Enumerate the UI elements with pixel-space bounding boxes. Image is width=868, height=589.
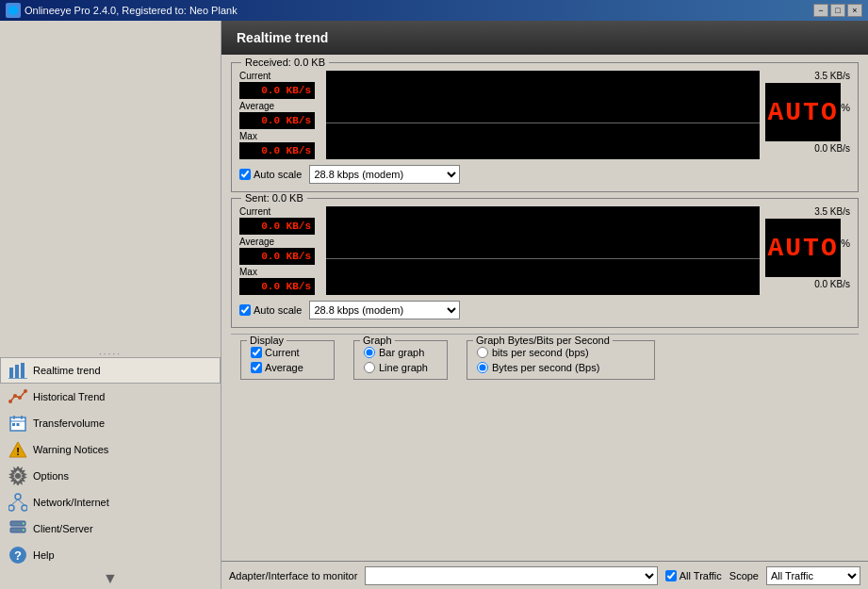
content-title: Realtime trend [237, 30, 328, 45]
line-graph-label[interactable]: Line graph [364, 362, 437, 373]
all-traffic-checkbox[interactable] [665, 570, 677, 581]
sent-max-value: 0.0 KB/s [261, 281, 311, 292]
graph-radio-group: Bar graph Line graph [364, 347, 437, 373]
scope-select[interactable]: All Traffic [766, 566, 860, 585]
bar-graph-label[interactable]: Bar graph [364, 347, 437, 358]
sidebar-item-client-server[interactable]: Client/Server [0, 515, 221, 542]
sent-average-label: Average [239, 237, 320, 247]
bytes-radio-group: bits per second (bps) Bytes per second (… [477, 347, 645, 373]
received-autoscale-checkbox[interactable] [239, 169, 251, 180]
minimize-button[interactable]: − [813, 4, 828, 17]
sent-max-row: Max 0.0 KB/s [239, 267, 320, 295]
sent-scale-bottom: 0.0 KB/s [814, 279, 850, 289]
svg-point-6 [13, 394, 17, 398]
received-auto-display: 3.5 KB/s AUTO % 0.0 KB/s [765, 71, 850, 159]
sent-autoscale-label[interactable]: Auto scale [239, 304, 302, 316]
average-check-text: Average [265, 362, 303, 373]
sidebar-spacer [0, 25, 221, 350]
line-graph-radio[interactable] [364, 362, 375, 373]
chart-bar-icon [8, 387, 27, 406]
sidebar-item-network-internet[interactable]: Network/Internet [0, 489, 221, 515]
svg-text:?: ? [14, 548, 22, 563]
received-current-label: Current [239, 71, 320, 81]
received-scale-top: 3.5 KB/s [814, 71, 850, 81]
received-footer: Auto scale 28.8 kbps (modem) [239, 165, 850, 184]
options-bar: Display Current Average Graph [231, 334, 859, 385]
adapter-bar: Adapter/Interface to monitor All Traffic… [221, 561, 868, 589]
title-bar: Onlineeye Pro 2.4.0, Registered to: Neo … [0, 0, 868, 21]
current-check-label[interactable]: Current [251, 347, 324, 358]
received-autoscale-label[interactable]: Auto scale [239, 169, 302, 180]
bytes-group-legend: Graph Bytes/Bits per Second [473, 335, 613, 346]
sent-auto-row: AUTO % [765, 219, 850, 277]
received-max-label: Max [239, 131, 320, 141]
current-checkbox[interactable] [251, 347, 262, 358]
content-body: Received: 0.0 KB Current 0.0 KB/s Averag… [221, 55, 868, 561]
Bps-label[interactable]: Bytes per second (Bps) [477, 362, 645, 373]
title-bar-title: Onlineeye Pro 2.4.0, Registered to: Neo … [25, 5, 813, 16]
sent-average-row: Average 0.0 KB/s [239, 237, 320, 265]
current-check-text: Current [265, 347, 300, 358]
svg-rect-13 [12, 423, 15, 426]
sidebar-item-warning-notices[interactable]: ! Warning Notices [0, 436, 221, 463]
svg-line-22 [18, 499, 25, 505]
received-legend: Received: 0.0 KB [241, 57, 329, 68]
Bps-radio[interactable] [477, 362, 488, 373]
received-average-value: 0.0 KB/s [261, 115, 311, 126]
average-checkbox[interactable] [251, 362, 262, 373]
received-auto-row: AUTO % [765, 83, 850, 141]
average-check-label[interactable]: Average [251, 362, 324, 373]
maximize-button[interactable]: □ [830, 4, 845, 17]
sent-scale-top: 3.5 KB/s [814, 206, 850, 217]
sidebar-item-client-server-label: Client/Server [33, 523, 93, 534]
calendar-icon [8, 414, 27, 433]
received-average-display: 0.0 KB/s [239, 112, 315, 129]
bps-label[interactable]: bits per second (bps) [477, 347, 645, 358]
received-auto-text: AUTO [768, 98, 839, 127]
help-icon: ? [8, 546, 27, 564]
adapter-label: Adapter/Interface to monitor [229, 570, 357, 581]
Bps-text: Bytes per second (Bps) [492, 362, 599, 373]
received-speed-select[interactable]: 28.8 kbps (modem) [309, 165, 460, 184]
sent-percent: % [841, 237, 850, 249]
received-auto-lcd: AUTO [765, 83, 841, 141]
received-panel: Received: 0.0 KB Current 0.0 KB/s Averag… [231, 62, 859, 192]
bps-radio[interactable] [477, 347, 488, 358]
sidebar-item-historical-trend-label: Historical Trend [33, 391, 105, 402]
adapter-select[interactable] [365, 566, 657, 585]
sent-legend: Sent: 0.0 KB [241, 192, 307, 204]
sent-auto-display: 3.5 KB/s AUTO % 0.0 KB/s [765, 206, 850, 295]
svg-rect-14 [17, 423, 20, 426]
server-icon [8, 519, 27, 538]
close-button[interactable]: × [847, 4, 862, 17]
warning-icon: ! [8, 440, 27, 459]
sent-speed-select[interactable]: 28.8 kbps (modem) [309, 301, 460, 319]
received-scale-bottom: 0.0 KB/s [814, 143, 850, 154]
received-lcd-group: Current 0.0 KB/s Average 0.0 KB/s [239, 71, 320, 159]
svg-point-8 [24, 389, 27, 393]
sidebar-scroll-down[interactable]: ▼ [0, 568, 221, 589]
app-icon [6, 3, 21, 18]
bar-graph-radio[interactable] [364, 347, 375, 358]
sidebar-item-historical-trend[interactable]: Historical Trend [0, 384, 221, 410]
sent-current-value: 0.0 KB/s [261, 221, 311, 232]
sent-auto-lcd: AUTO [765, 219, 841, 277]
sidebar-item-realtime-trend[interactable]: Realtime trend [0, 357, 221, 384]
graph-group: Graph Bar graph Line graph [353, 340, 448, 380]
sidebar-item-realtime-trend-label: Realtime trend [33, 365, 101, 376]
sidebar-divider: ····· [0, 350, 221, 357]
all-traffic-label[interactable]: All Traffic [665, 570, 722, 581]
sidebar-item-options[interactable]: Options [0, 463, 221, 489]
sidebar-item-transfervolume[interactable]: Transfervolume [0, 410, 221, 436]
graph-group-legend: Graph [360, 335, 395, 346]
sent-current-row: Current 0.0 KB/s [239, 206, 320, 235]
display-group: Display Current Average [240, 340, 335, 380]
received-percent: % [841, 102, 850, 113]
line-graph-text: Line graph [379, 362, 428, 373]
svg-rect-2 [15, 365, 19, 378]
sent-autoscale-checkbox[interactable] [239, 304, 251, 316]
gear-icon [8, 466, 27, 485]
sent-footer: Auto scale 28.8 kbps (modem) [239, 301, 850, 319]
svg-point-5 [8, 400, 12, 403]
sidebar-item-help[interactable]: ? Help [0, 542, 221, 568]
